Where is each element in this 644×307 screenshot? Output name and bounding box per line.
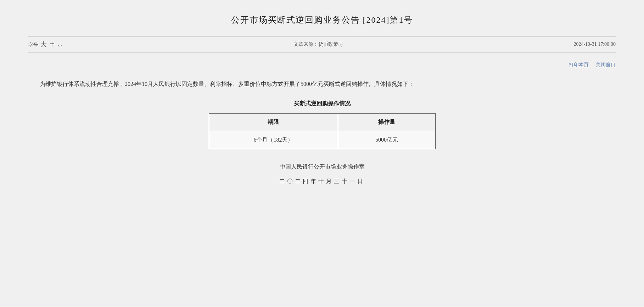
table-section: 买断式逆回购操作情况 期限 操作量 6个月（182天） 5000亿元 bbox=[28, 100, 616, 149]
table-col-amount: 操作量 bbox=[338, 114, 435, 131]
table-row: 6个月（182天） 5000亿元 bbox=[209, 131, 435, 149]
action-bar: 打印本页 关闭窗口 bbox=[28, 58, 616, 68]
page-title: 公开市场买断式逆回购业务公告 [2024]第1号 bbox=[28, 14, 616, 26]
table-body: 6个月（182天） 5000亿元 bbox=[209, 131, 435, 149]
source-label: 文章来源： bbox=[293, 42, 318, 47]
data-table: 期限 操作量 6个月（182天） 5000亿元 bbox=[209, 113, 436, 149]
close-button[interactable]: 关闭窗口 bbox=[596, 62, 616, 68]
table-header-row: 期限 操作量 bbox=[209, 114, 435, 131]
table-col-period: 期限 bbox=[209, 114, 338, 131]
article-body: 为维护银行体系流动性合理充裕，2024年10月人民银行以固定数量、利率招标、多重… bbox=[28, 79, 616, 89]
table-title: 买断式逆回购操作情况 bbox=[28, 100, 616, 108]
font-size-label: 字号 bbox=[28, 42, 38, 48]
print-button[interactable]: 打印本页 bbox=[569, 62, 589, 68]
article-date: 2024-10-31 17:00:00 bbox=[573, 42, 616, 47]
font-large-button[interactable]: 大 bbox=[40, 40, 47, 49]
table-cell-amount: 5000亿元 bbox=[338, 131, 435, 149]
font-medium-button[interactable]: 中 bbox=[49, 42, 56, 48]
font-small-button[interactable]: 小 bbox=[57, 42, 63, 48]
article-source: 文章来源：货币政策司 bbox=[293, 41, 343, 48]
meta-bar: 字号 大 中 小 文章来源：货币政策司 2024-10-31 17:00:00 bbox=[28, 36, 616, 53]
table-header: 期限 操作量 bbox=[209, 114, 435, 131]
source-value: 货币政策司 bbox=[318, 42, 343, 47]
article-paragraph-1: 为维护银行体系流动性合理充裕，2024年10月人民银行以固定数量、利率招标、多重… bbox=[28, 79, 616, 89]
page-container: 公开市场买断式逆回购业务公告 [2024]第1号 字号 大 中 小 文章来源：货… bbox=[0, 0, 644, 307]
footer-date: 二〇二四年十月三十一日 bbox=[28, 178, 616, 185]
table-cell-period: 6个月（182天） bbox=[209, 131, 338, 149]
footer-org: 中国人民银行公开市场业务操作室 bbox=[28, 163, 616, 171]
font-size-controls: 字号 大 中 小 bbox=[28, 40, 63, 49]
